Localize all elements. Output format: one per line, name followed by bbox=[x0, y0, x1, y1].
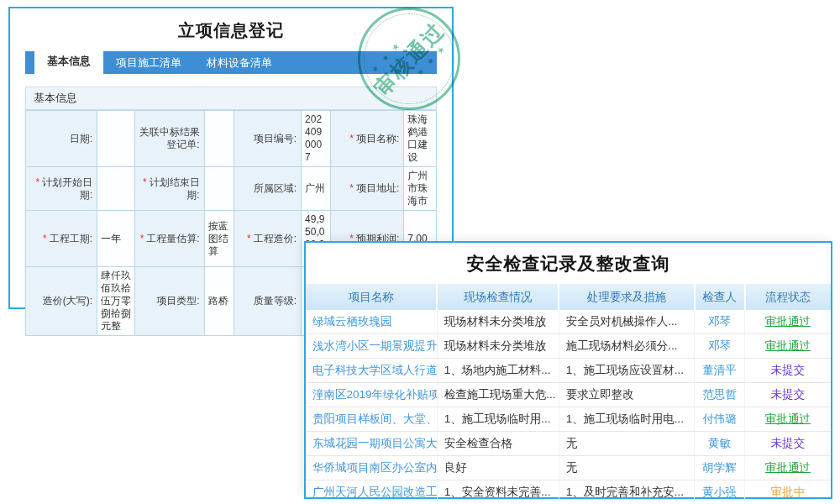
inspection-row: 潼南区2019年绿化补贴项检查施工现场重大危...要求立即整改范思哲未提交 bbox=[306, 383, 831, 407]
inspector-link[interactable]: 付伟璐 bbox=[695, 407, 745, 432]
measures-cell: 要求立即整改 bbox=[559, 383, 694, 407]
field-label: 所属区域: bbox=[234, 167, 302, 211]
inspection-row: 东城花园一期项目公寓大安全检查合格无黄敏未提交 bbox=[306, 432, 831, 456]
measures-cell: 施工现场材料必须分... bbox=[559, 334, 694, 359]
field-input[interactable] bbox=[204, 111, 234, 167]
measures-cell: 无 bbox=[559, 432, 694, 456]
project-name-link[interactable]: 浅水湾小区一期景观提升 bbox=[306, 334, 437, 359]
field-value: 一年 bbox=[97, 211, 135, 267]
field-label: *项目地址: bbox=[330, 167, 404, 211]
inspection-row: 贵阳项目样板间、大堂、1、施工现场临时用...1、施工现场临时用电...付伟璐审… bbox=[306, 407, 831, 432]
status-badge: 审批中 bbox=[771, 486, 806, 498]
required-asterisk: * bbox=[43, 233, 47, 244]
field-label: 项目类型: bbox=[135, 267, 205, 336]
field-input[interactable] bbox=[204, 167, 234, 211]
measures-cell: 1、及时完善和补充安... bbox=[559, 480, 694, 504]
status-cell: 审批通过 bbox=[745, 456, 832, 480]
inspection-row: 广州天河人民公园改造工1、安全资料未完善...1、及时完善和补充安...黄小强审… bbox=[306, 480, 831, 504]
field-input[interactable] bbox=[97, 111, 135, 167]
column-header-2: 现场检查情况 bbox=[437, 284, 559, 310]
project-name-link[interactable]: 广州天河人民公园改造工 bbox=[306, 480, 437, 504]
inspector-link[interactable]: 邓琴 bbox=[695, 334, 745, 359]
project-name-link[interactable]: 贵阳项目样板间、大堂、 bbox=[306, 407, 437, 432]
field-label: 日期: bbox=[26, 111, 97, 167]
inspection-query-title: 安全检查记录及整改查询 bbox=[306, 243, 831, 284]
measures-cell: 无 bbox=[559, 456, 694, 480]
field-value: 按蓝图结算 bbox=[204, 211, 234, 267]
field-label: 质量等级: bbox=[234, 267, 302, 336]
inspection-situation-cell: 现场材料未分类堆放 bbox=[437, 334, 559, 359]
field-value: 广州 bbox=[302, 167, 331, 211]
field-value: 珠海鹤港口建设 bbox=[404, 111, 437, 167]
column-header-3: 处理要求及措施 bbox=[559, 284, 694, 310]
inspection-row: 绿城云栖玫瑰园现场材料未分类堆放安全员对机械操作人...邓琴审批通过 bbox=[306, 310, 831, 334]
field-label: *工程造价: bbox=[234, 211, 302, 267]
measures-cell: 安全员对机械操作人... bbox=[559, 310, 694, 334]
tab-2[interactable]: 项目施工清单 bbox=[103, 51, 194, 74]
status-badge: 未提交 bbox=[771, 388, 806, 401]
inspection-situation-cell: 检查施工现场重大危... bbox=[437, 383, 559, 407]
inspection-situation-cell: 1、施工现场临时用... bbox=[437, 407, 559, 432]
tab-1[interactable]: 基本信息 bbox=[34, 48, 103, 74]
status-badge[interactable]: 审批通过 bbox=[765, 315, 811, 328]
field-label: *工程量估算: bbox=[135, 211, 205, 267]
inspection-situation-cell: 1、场地内施工材料... bbox=[437, 359, 559, 383]
required-asterisk: * bbox=[35, 176, 39, 188]
field-label: *计划开始日期: bbox=[26, 167, 97, 211]
status-badge[interactable]: 审批通过 bbox=[765, 339, 811, 352]
inspector-link[interactable]: 黄敏 bbox=[695, 432, 745, 456]
column-header-4: 检查人 bbox=[695, 284, 745, 310]
field-value: 广州市珠海市 bbox=[404, 167, 437, 211]
inspection-table-body: 绿城云栖玫瑰园现场材料未分类堆放安全员对机械操作人...邓琴审批通过浅水湾小区一… bbox=[306, 310, 831, 504]
project-name-link[interactable]: 电子科技大学区域人行道 bbox=[306, 359, 437, 383]
inspection-query-panel: 安全检查记录及整改查询 项目名称现场检查情况处理要求及措施检查人流程状态 绿城云… bbox=[304, 241, 832, 499]
project-name-link[interactable]: 东城花园一期项目公寓大 bbox=[306, 432, 437, 456]
status-badge[interactable]: 审批通过 bbox=[765, 412, 811, 425]
inspection-table-header-row: 项目名称现场检查情况处理要求及措施检查人流程状态 bbox=[306, 284, 831, 310]
status-cell: 未提交 bbox=[745, 383, 832, 407]
column-header-1: 项目名称 bbox=[306, 284, 437, 310]
inspection-situation-cell: 良好 bbox=[437, 456, 559, 480]
field-value: 路桥 bbox=[204, 267, 234, 336]
status-badge: 未提交 bbox=[771, 364, 806, 376]
project-name-link[interactable]: 华侨城项目南区办公室内 bbox=[306, 456, 437, 480]
inspector-link[interactable]: 胡学辉 bbox=[695, 456, 745, 480]
required-asterisk: * bbox=[349, 133, 354, 144]
field-value: 肆仟玖佰玖拾伍万零捌拾捌元整 bbox=[97, 267, 135, 336]
measures-cell: 1、施工现场临时用电... bbox=[559, 407, 694, 432]
status-cell: 未提交 bbox=[745, 432, 832, 456]
field-input[interactable] bbox=[97, 167, 135, 211]
status-badge: 未提交 bbox=[771, 437, 806, 449]
status-cell: 审批中 bbox=[745, 480, 832, 504]
field-label: 项目编号: bbox=[234, 111, 302, 167]
inspection-row: 电子科技大学区域人行道1、场地内施工材料...1、施工现场应设置材...董清平未… bbox=[306, 359, 831, 383]
status-badge[interactable]: 审批通过 bbox=[765, 461, 811, 474]
inspection-situation-cell: 1、安全资料未完善... bbox=[437, 480, 559, 504]
measures-cell: 1、施工现场应设置材... bbox=[559, 359, 694, 383]
field-label: 造价(大写): bbox=[26, 267, 97, 336]
tab-3[interactable]: 材料设备清单 bbox=[194, 51, 285, 74]
inspection-table: 项目名称现场检查情况处理要求及措施检查人流程状态 绿城云栖玫瑰园现场材料未分类堆… bbox=[306, 284, 831, 504]
field-value: 2024090007 bbox=[302, 111, 331, 167]
form-row: *计划开始日期:*计划结束日期:所属区域:广州*项目地址:广州市珠海市 bbox=[26, 167, 437, 211]
status-cell: 审批通过 bbox=[745, 407, 832, 432]
registration-form-title: 立项信息登记 bbox=[10, 8, 452, 51]
basic-info-section-header: 基本信息 bbox=[25, 87, 437, 110]
inspector-link[interactable]: 邓琴 bbox=[695, 310, 745, 334]
project-name-link[interactable]: 潼南区2019年绿化补贴项 bbox=[306, 383, 437, 407]
project-name-link[interactable]: 绿城云栖玫瑰园 bbox=[306, 310, 437, 334]
form-tabbar: 基本信息项目施工清单材料设备清单 bbox=[25, 51, 437, 74]
required-asterisk: * bbox=[140, 233, 144, 244]
status-cell: 审批通过 bbox=[745, 310, 832, 334]
status-cell: 未提交 bbox=[745, 359, 832, 383]
inspection-situation-cell: 安全检查合格 bbox=[437, 432, 559, 456]
field-label: 关联中标结果登记单: bbox=[135, 111, 205, 167]
status-cell: 审批通过 bbox=[745, 334, 832, 359]
inspector-link[interactable]: 范思哲 bbox=[695, 383, 745, 407]
field-label: *工程工期: bbox=[26, 211, 97, 267]
required-asterisk: * bbox=[143, 176, 147, 188]
inspection-situation-cell: 现场材料未分类堆放 bbox=[437, 310, 559, 334]
inspector-link[interactable]: 黄小强 bbox=[695, 480, 745, 504]
field-label: *项目名称: bbox=[330, 111, 404, 167]
inspector-link[interactable]: 董清平 bbox=[695, 359, 745, 383]
